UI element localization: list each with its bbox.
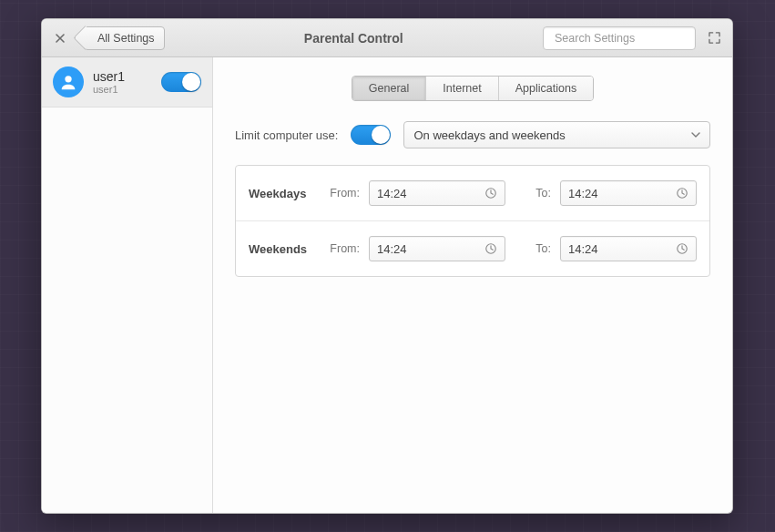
time-value: 14:24 (377, 187, 407, 200)
settings-window: All Settings Parental Control user1 user… (41, 18, 733, 514)
expand-icon (709, 32, 720, 44)
user-sidebar: user1 user1 (42, 57, 213, 513)
back-all-settings-button[interactable]: All Settings (84, 26, 165, 50)
weekdays-to-time[interactable]: 14:24 (560, 180, 697, 206)
user-icon (58, 72, 78, 92)
limit-toggle[interactable] (351, 125, 391, 145)
titlebar: All Settings Parental Control (42, 19, 732, 57)
time-value: 14:24 (568, 242, 598, 256)
avatar (53, 66, 84, 97)
to-label: To: (515, 187, 551, 200)
user-list-item[interactable]: user1 user1 (42, 57, 212, 107)
tab-applications[interactable]: Applications (499, 77, 593, 100)
schedule-row-weekdays: Weekdays From: 14:24 To: 14:24 (236, 166, 709, 220)
clock-icon (676, 187, 688, 200)
weekends-from-time[interactable]: 14:24 (369, 236, 505, 261)
user-enable-toggle[interactable] (161, 72, 201, 92)
from-label: From: (323, 187, 360, 200)
chevron-down-icon (691, 130, 700, 139)
clock-icon (484, 187, 497, 200)
close-icon (55, 33, 66, 44)
main-panel: General Internet Applications Limit comp… (213, 57, 732, 513)
tab-bar: General Internet Applications (235, 76, 710, 101)
limit-row: Limit computer use: On weekdays and week… (235, 121, 710, 148)
weekends-to-time[interactable]: 14:24 (560, 236, 697, 261)
svg-point-2 (65, 76, 71, 82)
window-body: user1 user1 General Internet Application… (42, 57, 732, 513)
user-username: user1 (93, 84, 152, 95)
schedule-panel: Weekdays From: 14:24 To: 14:24 Weekends … (235, 165, 710, 277)
limit-label: Limit computer use: (235, 128, 338, 142)
search-input[interactable] (555, 32, 698, 45)
maximize-button[interactable] (703, 27, 725, 49)
time-value: 14:24 (377, 242, 407, 256)
tab-label: General (369, 82, 409, 95)
limit-mode-select[interactable]: On weekdays and weekends (403, 121, 710, 148)
search-field[interactable] (543, 26, 696, 50)
user-names: user1 user1 (93, 69, 152, 95)
time-value: 14:24 (568, 187, 598, 200)
tab-group: General Internet Applications (352, 76, 594, 101)
from-label: From: (323, 242, 360, 255)
weekdays-from-time[interactable]: 14:24 (369, 180, 505, 206)
user-display-name: user1 (93, 69, 152, 84)
clock-icon (676, 242, 688, 255)
clock-icon (484, 242, 497, 255)
schedule-row-label: Weekends (249, 242, 314, 256)
window-title: Parental Control (172, 31, 535, 46)
to-label: To: (515, 242, 551, 255)
schedule-row-weekends: Weekends From: 14:24 To: 14:24 (236, 220, 709, 276)
back-label: All Settings (97, 32, 155, 45)
limit-mode-value: On weekdays and weekends (413, 128, 565, 142)
tab-internet[interactable]: Internet (426, 77, 498, 100)
tab-label: Applications (515, 82, 576, 95)
tab-general[interactable]: General (352, 77, 426, 100)
tab-label: Internet (443, 82, 481, 95)
close-button[interactable] (49, 27, 71, 49)
schedule-row-label: Weekdays (249, 187, 314, 200)
